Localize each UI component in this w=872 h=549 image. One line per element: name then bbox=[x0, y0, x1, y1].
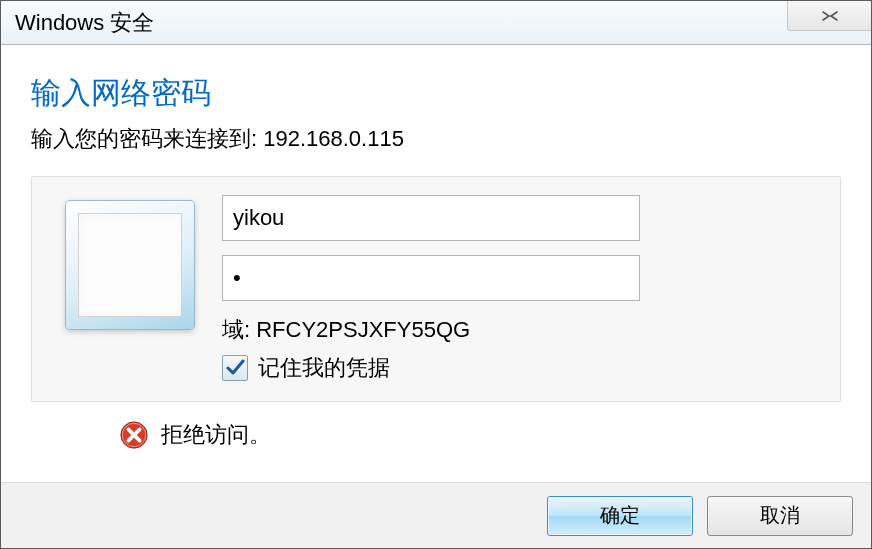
titlebar-title: Windows 安全 bbox=[15, 8, 154, 38]
dialog-subheading: 输入您的密码来连接到: 192.168.0.115 bbox=[31, 124, 841, 154]
remember-checkbox[interactable] bbox=[222, 355, 248, 381]
check-icon bbox=[225, 358, 245, 378]
dialog-window: Windows 安全 输入网络密码 输入您的密码来连接到: 192.168.0.… bbox=[0, 0, 872, 549]
remember-checkbox-row[interactable]: 记住我的凭据 bbox=[222, 353, 640, 383]
titlebar: Windows 安全 bbox=[1, 1, 871, 45]
status-row: 拒绝访问。 bbox=[31, 420, 841, 450]
status-message: 拒绝访问。 bbox=[161, 420, 271, 450]
close-icon bbox=[819, 10, 841, 22]
cancel-button[interactable]: 取消 bbox=[707, 496, 853, 536]
error-icon bbox=[119, 420, 149, 450]
user-avatar-icon bbox=[78, 213, 182, 317]
password-input[interactable] bbox=[222, 255, 640, 301]
button-bar: 确定 取消 bbox=[1, 482, 871, 548]
user-avatar-frame bbox=[66, 201, 194, 329]
remember-label: 记住我的凭据 bbox=[258, 353, 390, 383]
credentials-fields: 域: RFCY2PSJXFY55QG 记住我的凭据 bbox=[222, 195, 640, 383]
close-button[interactable] bbox=[787, 1, 871, 31]
ok-button[interactable]: 确定 bbox=[547, 496, 693, 536]
credentials-panel: 域: RFCY2PSJXFY55QG 记住我的凭据 bbox=[31, 176, 841, 402]
username-input[interactable] bbox=[222, 195, 640, 241]
dialog-heading: 输入网络密码 bbox=[31, 73, 841, 114]
dialog-content: 输入网络密码 输入您的密码来连接到: 192.168.0.115 域: RFCY… bbox=[1, 45, 871, 450]
domain-label: 域: RFCY2PSJXFY55QG bbox=[222, 315, 640, 345]
